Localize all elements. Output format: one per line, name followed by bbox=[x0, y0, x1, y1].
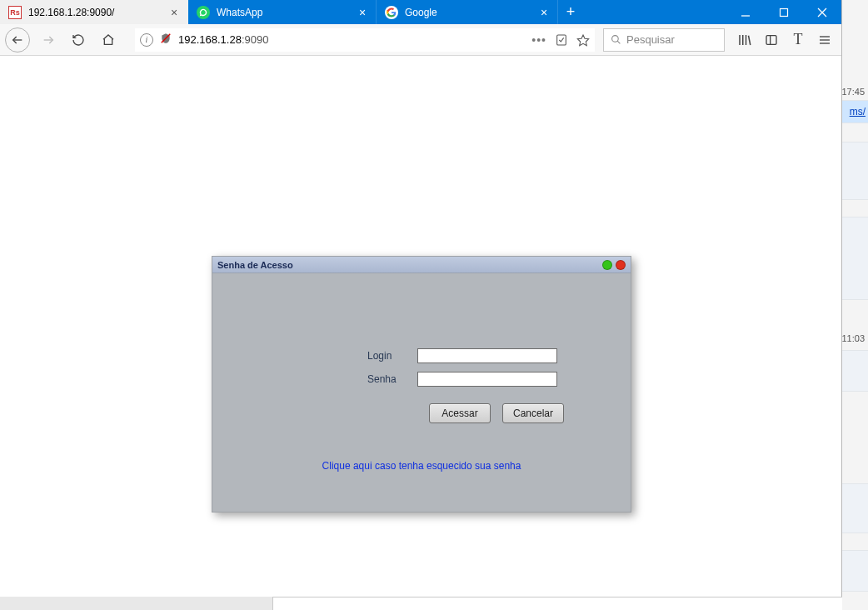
senha-label: Senha bbox=[367, 373, 417, 385]
login-label: Login bbox=[367, 350, 417, 362]
login-dialog: Senha de Acesso Login Senha Acessar Canc… bbox=[212, 256, 631, 512]
svg-line-10 bbox=[617, 41, 620, 43]
tab-2-close-icon[interactable]: × bbox=[356, 6, 369, 19]
svg-marker-8 bbox=[577, 35, 588, 46]
url-bar[interactable]: i 192.168.1.28:9090 ••• bbox=[135, 28, 595, 52]
background-time-2: 11:03 bbox=[841, 333, 865, 343]
dialog-minimize-dot[interactable] bbox=[602, 260, 612, 270]
dialog-title: Senha de Acesso bbox=[217, 260, 293, 270]
dialog-buttons: Acessar Cancelar bbox=[429, 403, 564, 423]
tab-3-label: Google bbox=[405, 7, 532, 18]
extension-t-icon[interactable]: T bbox=[790, 32, 806, 48]
url-host: 192.168.1.28 bbox=[178, 33, 242, 46]
acessar-button[interactable]: Acessar bbox=[429, 403, 491, 423]
search-bar[interactable]: Pesquisar bbox=[603, 28, 725, 52]
bookmark-star-icon[interactable] bbox=[576, 33, 590, 47]
search-placeholder: Pesquisar bbox=[626, 33, 675, 46]
svg-rect-7 bbox=[557, 35, 566, 45]
tab-1[interactable]: Rs 192.168.1.28:9090/ × bbox=[0, 0, 188, 24]
favicon-whatsapp-icon bbox=[197, 6, 210, 19]
new-tab-button[interactable]: + bbox=[558, 0, 583, 24]
tab-3[interactable]: Google × bbox=[377, 0, 558, 24]
reader-mode-icon[interactable] bbox=[555, 33, 568, 47]
window-minimize-button[interactable] bbox=[726, 0, 765, 24]
browser-window: Rs 192.168.1.28:9090/ × WhatsApp × Googl… bbox=[0, 0, 842, 597]
tab-2[interactable]: WhatsApp × bbox=[188, 0, 377, 24]
svg-line-14 bbox=[749, 35, 751, 44]
background-link-fragment: ms/ bbox=[850, 106, 866, 118]
window-controls bbox=[726, 0, 841, 24]
url-text: 192.168.1.28:9090 bbox=[178, 33, 525, 46]
forward-button[interactable] bbox=[35, 27, 62, 53]
dialog-close-dot[interactable] bbox=[616, 260, 626, 270]
library-icon[interactable] bbox=[736, 32, 753, 48]
svg-rect-15 bbox=[766, 35, 776, 44]
tab-2-label: WhatsApp bbox=[217, 7, 351, 18]
background-time-1: 17:45 bbox=[841, 87, 865, 97]
favicon-app-icon: Rs bbox=[8, 6, 22, 19]
tab-strip: Rs 192.168.1.28:9090/ × WhatsApp × Googl… bbox=[0, 0, 841, 24]
window-close-button[interactable] bbox=[803, 0, 841, 24]
login-row: Login bbox=[367, 348, 557, 363]
senha-input[interactable] bbox=[417, 372, 557, 387]
window-maximize-button[interactable] bbox=[765, 0, 803, 24]
svg-rect-1 bbox=[781, 8, 788, 16]
reload-button[interactable] bbox=[65, 27, 92, 53]
page-content: Senha de Acesso Login Senha Acessar Canc… bbox=[0, 56, 841, 597]
dialog-titlebar[interactable]: Senha de Acesso bbox=[212, 257, 631, 273]
bottom-strip bbox=[272, 597, 842, 610]
login-input[interactable] bbox=[417, 348, 557, 363]
sidebar-icon[interactable] bbox=[763, 32, 780, 48]
url-actions: ••• bbox=[531, 33, 590, 47]
search-icon bbox=[611, 34, 621, 45]
forgot-password-link[interactable]: Clique aqui caso tenha esquecido sua sen… bbox=[212, 460, 631, 472]
svg-point-9 bbox=[612, 36, 619, 42]
url-port: :9090 bbox=[242, 33, 269, 46]
nav-toolbar: i 192.168.1.28:9090 ••• Pesquisar bbox=[0, 24, 841, 56]
toolbar-right-icons: T bbox=[736, 32, 836, 48]
tab-1-close-icon[interactable]: × bbox=[167, 6, 181, 19]
cancelar-button[interactable]: Cancelar bbox=[502, 403, 564, 423]
back-button[interactable] bbox=[5, 28, 30, 52]
tracking-protection-icon[interactable] bbox=[160, 32, 172, 47]
dialog-body: Login Senha Acessar Cancelar Clique aqui… bbox=[212, 273, 631, 512]
page-actions-icon[interactable]: ••• bbox=[531, 33, 546, 47]
menu-button[interactable] bbox=[816, 32, 833, 48]
site-info-icon[interactable]: i bbox=[140, 33, 153, 47]
tab-3-close-icon[interactable]: × bbox=[537, 6, 551, 19]
favicon-google-icon bbox=[385, 6, 398, 19]
home-button[interactable] bbox=[95, 27, 122, 53]
tab-1-label: 192.168.1.28:9090/ bbox=[28, 7, 162, 18]
senha-row: Senha bbox=[367, 372, 557, 387]
